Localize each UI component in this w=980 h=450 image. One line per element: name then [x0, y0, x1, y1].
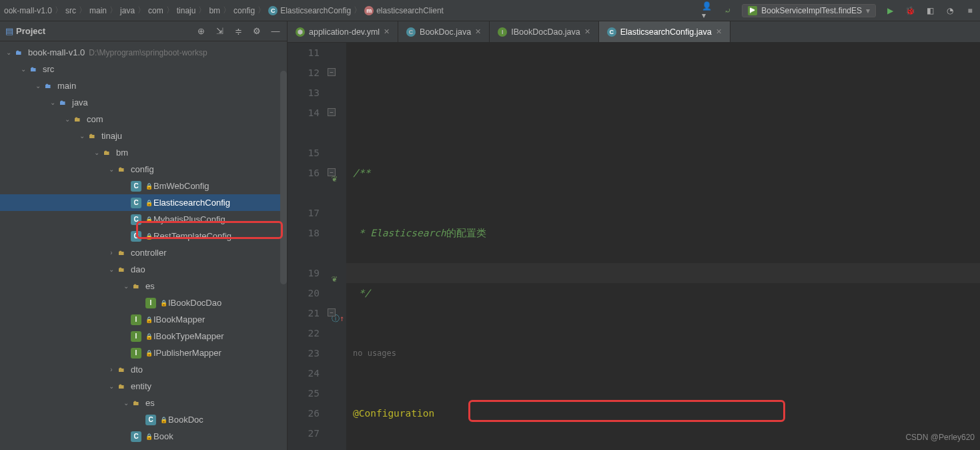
code-content[interactable]: /** * Elasticsearch的配置类 */ no usages @Co… — [346, 43, 980, 450]
tree-item[interactable]: ›🖿dto — [0, 361, 287, 378]
tree-item[interactable]: I🔒IBookDocDao — [0, 294, 287, 311]
tree-item-label: BookDoc — [168, 415, 203, 425]
tree-arrow-icon[interactable]: ⌄ — [121, 399, 131, 407]
fold-marker[interactable]: − — [328, 308, 336, 316]
tree-item[interactable]: ⌄🖿entity — [0, 378, 287, 395]
tree-item[interactable]: ⌄🖿src — [0, 61, 287, 77]
class-icon: C — [131, 231, 141, 242]
tree-item[interactable]: C🔒MybatisPlusConfig — [0, 211, 287, 228]
close-icon[interactable]: ✕ — [475, 27, 481, 36]
tree-item[interactable]: ›🖿controller — [0, 244, 287, 261]
tab-label: application-dev.yml — [309, 27, 380, 37]
code-area[interactable]: 1112131415161718192021222324252627 ❦ ❦ ⓘ… — [288, 43, 980, 450]
users-icon[interactable]: 👤▾ — [702, 5, 714, 17]
tree-item[interactable]: C🔒Book — [0, 428, 287, 445]
watermark: CSDN @Perley620 — [905, 427, 975, 447]
editor-tab[interactable]: CBookDoc.java✕ — [398, 21, 490, 42]
tree-arrow-icon[interactable]: ⌄ — [121, 282, 131, 290]
project-tree[interactable]: ⌄🖿book-mall-v1.0D:\Myprogram\springboot-… — [0, 41, 287, 450]
breadcrumb-item[interactable]: java — [120, 6, 135, 15]
collapse-all-icon[interactable]: ≑ — [232, 25, 244, 37]
tree-item[interactable]: ⌄🖿config — [0, 161, 287, 178]
close-icon[interactable]: ✕ — [584, 27, 590, 36]
tree-item[interactable]: ⌄🖿book-mall-v1.0D:\Myprogram\springboot-… — [0, 44, 287, 61]
tree-item[interactable]: C🔒BookDoc — [0, 411, 287, 428]
tree-item[interactable]: C🔒RestTemplateConfig — [0, 228, 287, 244]
tree-arrow-icon[interactable]: › — [107, 366, 116, 373]
tree-item[interactable]: ⌄🖿main — [0, 77, 287, 94]
fold-marker[interactable]: − — [328, 68, 336, 76]
breadcrumb-item[interactable]: tinaju — [177, 6, 196, 15]
tree-arrow-icon[interactable]: ⌄ — [4, 49, 13, 56]
tree-item-label: ElasticsearchConfig — [153, 198, 230, 208]
line-gutter: 1112131415161718192021222324252627 — [288, 43, 328, 450]
tree-arrow-icon[interactable]: ⌄ — [107, 383, 116, 390]
gear-icon[interactable]: ⚙ — [251, 25, 263, 37]
breadcrumb-item[interactable]: ook-mall-v1.0 — [4, 6, 52, 15]
editor-tab[interactable]: CElasticsearchConfig.java✕ — [599, 21, 730, 42]
close-icon[interactable]: ✕ — [384, 27, 390, 36]
tree-item[interactable]: ⌄🖿dao — [0, 261, 287, 278]
tree-item[interactable]: ⌄🖿es — [0, 278, 287, 294]
project-panel-title[interactable]: Project — [16, 26, 195, 36]
tree-path-hint: D:\Myprogram\springboot-worksp — [89, 48, 207, 57]
fold-marker[interactable]: − — [328, 108, 336, 116]
line-number: 19 — [288, 263, 320, 283]
usages-hint[interactable]: no usages — [353, 343, 396, 363]
breadcrumb-item[interactable]: ElasticsearchConfig — [280, 6, 351, 15]
breadcrumb-item[interactable]: src — [65, 6, 76, 15]
comment: /** — [353, 163, 370, 183]
folder-icon: 🖿 — [131, 398, 141, 409]
tree-item[interactable]: C🔒ElasticsearchConfig — [0, 194, 287, 211]
tree-item[interactable]: C🔒BmWebConfig — [0, 178, 287, 194]
tree-item[interactable]: ⌄🖿tinaju — [0, 128, 287, 144]
tree-arrow-icon[interactable]: ⌄ — [107, 266, 116, 273]
breadcrumb[interactable]: ook-mall-v1.0〉src〉main〉java〉com〉tinaju〉b… — [4, 5, 702, 16]
folder-icon: 🖿 — [116, 381, 127, 392]
breadcrumb-item[interactable]: bm — [209, 6, 220, 15]
top-actions: 👤▾ ⤾ ⯈ BookServiceImplTest.findES ▾ ▶ 🐞 … — [702, 4, 976, 17]
line-number: 12 — [288, 63, 320, 83]
test-icon: ⯈ — [748, 6, 757, 15]
tree-item[interactable]: I🔒IBookTypeMapper — [0, 328, 287, 345]
run-icon[interactable]: ▶ — [884, 5, 896, 17]
tree-arrow-icon[interactable]: ⌄ — [33, 82, 43, 89]
debug-icon[interactable]: 🐞 — [904, 5, 916, 17]
tree-arrow-icon[interactable]: ⌄ — [77, 132, 87, 140]
select-opened-icon[interactable]: ⊕ — [195, 25, 207, 37]
tree-item-label: es — [145, 398, 155, 408]
tree-arrow-icon[interactable]: ⌄ — [92, 149, 101, 156]
close-icon[interactable]: ✕ — [716, 27, 722, 36]
tree-item[interactable]: ⌄🖿java — [0, 94, 287, 111]
tree-arrow-icon[interactable]: ⌄ — [63, 116, 72, 123]
tree-item[interactable]: ⌄🖿com — [0, 111, 287, 128]
stop-icon[interactable]: ■ — [964, 5, 976, 17]
method-icon: m — [364, 6, 374, 15]
fold-marker[interactable]: − — [328, 168, 336, 176]
tree-arrow-icon[interactable]: ⌄ — [48, 99, 57, 106]
expand-all-icon[interactable]: ⇲ — [213, 25, 225, 37]
breadcrumb-item[interactable]: elasticsearchClient — [376, 6, 444, 15]
editor-tab[interactable]: IIBookDocDao.java✕ — [490, 21, 599, 42]
scrollbar[interactable] — [280, 71, 287, 284]
tree-arrow-icon[interactable]: › — [107, 249, 116, 256]
tree-arrow-icon[interactable]: ⌄ — [107, 166, 116, 173]
build-icon[interactable]: ⤾ — [722, 5, 734, 17]
breadcrumb-item[interactable]: config — [233, 6, 255, 15]
folder-icon: 🖿 — [28, 64, 39, 75]
hide-icon[interactable]: — — [270, 25, 282, 37]
tree-item[interactable]: ⌄🖿es — [0, 395, 287, 411]
coverage-icon[interactable]: ◧ — [924, 5, 936, 17]
folder-icon: 🖿 — [43, 81, 53, 91]
run-config-selector[interactable]: ⯈ BookServiceImplTest.findES ▾ — [742, 4, 876, 17]
breadcrumb-item[interactable]: main — [89, 6, 107, 15]
profile-icon[interactable]: ◔ — [944, 5, 956, 17]
tree-item[interactable]: I🔒IBookMapper — [0, 311, 287, 328]
line-number — [288, 183, 320, 203]
tree-arrow-icon[interactable]: ⌄ — [19, 65, 28, 73]
breadcrumb-item[interactable]: com — [148, 6, 163, 15]
editor-tab[interactable]: ⬢application-dev.yml✕ — [288, 21, 398, 42]
tree-item[interactable]: I🔒IPublisherMapper — [0, 345, 287, 361]
tree-item[interactable]: ⌄🖿bm — [0, 144, 287, 161]
line-number: 23 — [288, 343, 320, 363]
